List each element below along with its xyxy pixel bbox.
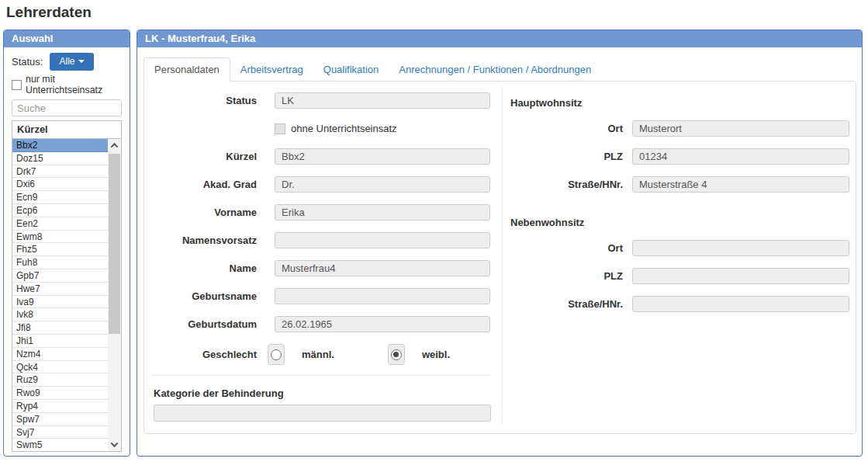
tab[interactable]: Qualifikation: [313, 58, 389, 82]
teacher-list-item[interactable]: Hwe7: [12, 283, 121, 296]
field-label: Geburtsdatum: [154, 318, 257, 330]
field-input[interactable]: 26.02.1965: [275, 316, 490, 332]
field-label: Ort: [510, 123, 623, 134]
teacher-list-item[interactable]: Drk7: [12, 165, 121, 179]
tab-bar: Personaldaten Arbeitsvertrag Qualifikati…: [144, 58, 601, 82]
field-input[interactable]: [632, 240, 849, 256]
teacher-list-item[interactable]: Nzm4: [12, 348, 121, 361]
secondary-residence-heading: Nebenwohnsitz: [510, 217, 856, 228]
field-label: PLZ: [510, 270, 623, 282]
field-label: Status: [154, 95, 257, 106]
field-row: PLZ: [510, 268, 856, 284]
teaching-filter-label: nur mit Unterrichtseinsatz: [26, 74, 130, 96]
status-field[interactable]: LK: [275, 92, 490, 109]
teacher-list-item[interactable]: Iva9: [12, 296, 121, 309]
teacher-list-item[interactable]: Svj7: [12, 426, 121, 439]
field-input[interactable]: Musterort: [632, 120, 849, 137]
field-label: Ort: [510, 242, 623, 254]
residence-column: Hauptwohnsitz Ort Musterort PLZ 01234 St…: [502, 86, 856, 424]
field-row: Geburtsdatum 26.02.1965: [154, 316, 502, 332]
tab[interactable]: Personaldaten: [144, 57, 230, 82]
teacher-list-item[interactable]: Gpb7: [12, 269, 121, 283]
teacher-list-item[interactable]: Fuh8: [12, 256, 121, 269]
status-filter-button[interactable]: Alle: [50, 53, 94, 71]
list-scrollbar[interactable]: [108, 139, 121, 451]
field-input[interactable]: Erika: [275, 204, 490, 221]
teacher-list-item[interactable]: Rwo9: [12, 387, 121, 400]
teacher-detail-panel: LK - Musterfrau4, Erika Personaldaten Ar…: [137, 30, 863, 457]
field-input[interactable]: Musterfrau4: [275, 260, 490, 276]
gender-radio[interactable]: [388, 344, 405, 365]
teacher-list-item[interactable]: Ryp4: [12, 400, 121, 413]
field-row: PLZ 01234: [510, 148, 856, 165]
teacher-list-item[interactable]: Qck4: [12, 361, 121, 374]
teacher-list-item[interactable]: Swm5: [12, 439, 121, 452]
no-teaching-checkbox[interactable]: [275, 123, 285, 134]
radio-dot-icon: [393, 352, 399, 357]
field-input[interactable]: Musterstraße 4: [632, 176, 849, 193]
field-input[interactable]: Dr.: [275, 176, 490, 193]
field-label: Namensvorsatz: [154, 234, 257, 246]
teacher-list-item[interactable]: Dxi6: [12, 178, 121, 191]
teacher-list-item[interactable]: Ecp6: [12, 204, 121, 217]
teacher-list-item[interactable]: Ruz9: [12, 373, 121, 387]
field-row: Ort Musterort: [510, 120, 856, 137]
teacher-list-item[interactable]: Doz15: [12, 152, 121, 165]
disability-heading: Kategorie der Behinderung: [154, 387, 502, 399]
field-label: PLZ: [510, 151, 623, 162]
section-divider: [152, 375, 491, 376]
field-row: Straße/HNr.: [510, 296, 856, 312]
selection-panel-header: Auswahl: [4, 30, 130, 47]
tab[interactable]: Anrechnungen / Funktionen / Abordnungen: [389, 58, 601, 82]
teacher-list-item[interactable]: Ewm8: [12, 231, 121, 244]
no-teaching-checkbox-label: ohne Unterrichtseinsatz: [291, 123, 397, 134]
chevron-up-icon: [111, 143, 119, 151]
gender-option-label: männl.: [302, 349, 334, 360]
gender-option: männl.: [268, 344, 334, 365]
field-label: Straße/HNr.: [510, 298, 623, 310]
gender-radio[interactable]: [268, 344, 285, 365]
tab[interactable]: Arbeitsvertrag: [230, 58, 313, 82]
teacher-list-item[interactable]: Ivk8: [12, 308, 121, 321]
teacher-list-item[interactable]: Ecn9: [12, 191, 121, 204]
teacher-list-item[interactable]: Jhi1: [12, 335, 121, 348]
list-column-header: Kürzel: [12, 120, 122, 139]
teacher-list-item[interactable]: Fhz5: [12, 243, 121, 256]
field-label: Straße/HNr.: [510, 179, 623, 190]
scroll-up-button[interactable]: [108, 139, 121, 152]
field-label: Name: [154, 262, 257, 274]
chevron-down-icon: [111, 439, 119, 447]
field-row: Kürzel Bbx2: [154, 148, 502, 165]
field-row: Name Musterfrau4: [154, 260, 502, 276]
field-input[interactable]: [632, 296, 849, 312]
gender-label: Geschlecht: [154, 349, 257, 360]
field-input[interactable]: 01234: [632, 148, 849, 165]
field-label: Kürzel: [154, 151, 257, 162]
scroll-down-button[interactable]: [108, 438, 121, 451]
teacher-list-item[interactable]: Jfi8: [12, 321, 121, 335]
teacher-list-item[interactable]: Bbx2: [12, 139, 121, 152]
field-input[interactable]: [632, 268, 849, 284]
field-input[interactable]: Bbx2: [275, 148, 490, 165]
caret-down-icon: [78, 60, 85, 63]
field-row: Namensvorsatz: [154, 232, 502, 248]
field-label: Geburtsname: [154, 290, 257, 302]
teacher-list-item[interactable]: Spw7: [12, 413, 121, 426]
field-label: Vorname: [154, 207, 257, 218]
field-input[interactable]: [275, 232, 490, 248]
field-label: Akad. Grad: [154, 179, 257, 190]
disability-input[interactable]: [154, 405, 491, 422]
field-input[interactable]: [275, 288, 490, 304]
field-row: Ort: [510, 240, 856, 256]
teacher-list-item[interactable]: Een2: [12, 217, 121, 231]
status-filter-row: Status: Alle: [12, 53, 130, 71]
teaching-filter-row: nur mit Unterrichtseinsatz: [12, 74, 130, 96]
field-row: Akad. Grad Dr.: [154, 176, 502, 193]
teaching-filter-checkbox[interactable]: [12, 80, 22, 90]
search-input[interactable]: [12, 99, 122, 116]
scrollbar-thumb[interactable]: [109, 154, 120, 334]
teacher-list: Bbx2 Doz15 Drk7 Dxi6 Ecn9 Ecp6 Een2 Ewm8…: [12, 138, 122, 452]
field-row: Vorname Erika: [154, 204, 502, 221]
checkbox-row: ohne Unterrichtseinsatz: [154, 120, 502, 137]
page-title: Lehrerdaten: [6, 4, 92, 21]
